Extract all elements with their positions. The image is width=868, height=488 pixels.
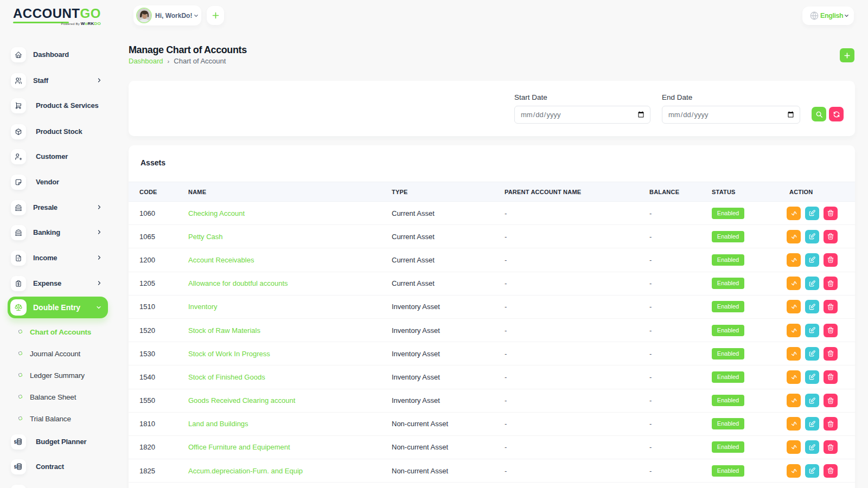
svg-text:$: $ bbox=[14, 464, 16, 470]
svg-text:$: $ bbox=[14, 439, 16, 445]
